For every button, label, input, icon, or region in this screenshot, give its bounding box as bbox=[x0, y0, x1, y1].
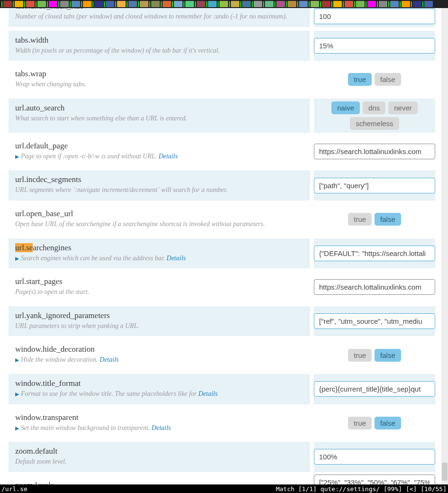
expand-icon[interactable]: ▶ bbox=[15, 391, 21, 398]
option-true[interactable]: true bbox=[348, 73, 372, 86]
expand-icon[interactable]: ▶ bbox=[15, 425, 21, 432]
setting-text-input[interactable] bbox=[314, 475, 435, 484]
expand-icon[interactable]: ▶ bbox=[15, 255, 21, 262]
setting-description: Open base URL of the searchengine if a s… bbox=[15, 219, 303, 229]
setting-description: Page(s) to open at the start. bbox=[15, 287, 303, 297]
setting-label-box: window.transparent▶Set the main window b… bbox=[9, 408, 310, 438]
setting-row: zoom.levels bbox=[0, 474, 448, 484]
setting-row: url.auto_searchWhat search to start when… bbox=[0, 97, 448, 135]
setting-description: Default zoom level. bbox=[15, 457, 303, 466]
setting-text-input[interactable] bbox=[314, 381, 435, 397]
details-link[interactable]: Details bbox=[100, 356, 119, 363]
option-false[interactable]: false bbox=[375, 213, 401, 226]
setting-description: Wrap when changing tabs. bbox=[15, 80, 303, 89]
option-group: naivednsneverschemeless bbox=[314, 100, 435, 131]
search-match-highlight: url.se bbox=[15, 243, 33, 252]
setting-text-input[interactable] bbox=[314, 38, 435, 54]
option-group: truefalse bbox=[314, 348, 435, 363]
setting-label-box: url.start_pagesPage(s) to open at the st… bbox=[9, 272, 310, 302]
setting-label-box: url.open_base_urlOpen base URL of the se… bbox=[9, 204, 310, 235]
option-true[interactable]: true bbox=[348, 417, 372, 429]
option-false[interactable]: false bbox=[375, 73, 401, 86]
setting-label-box: url.yank_ignored_parametersURL parameter… bbox=[9, 306, 310, 337]
taskbar bbox=[0, 0, 448, 8]
setting-value-box bbox=[314, 137, 435, 167]
setting-value-box bbox=[314, 374, 435, 404]
option-naive[interactable]: naive bbox=[331, 101, 360, 114]
setting-name: url.yank_ignored_parameters bbox=[15, 311, 303, 320]
setting-label-box: url.auto_searchWhat search to start when… bbox=[9, 99, 310, 133]
setting-label-box: tabs.widthWidth (in pixels or as percent… bbox=[9, 31, 310, 61]
setting-row: url.open_base_urlOpen base URL of the se… bbox=[0, 202, 448, 237]
setting-name: url.auto_search bbox=[15, 103, 303, 113]
setting-description: Width (in pixels or as percentage of the… bbox=[15, 46, 303, 55]
setting-value-box bbox=[314, 476, 435, 484]
setting-value-box bbox=[314, 442, 435, 472]
setting-name: url.start_pages bbox=[15, 277, 303, 286]
setting-description: ▶Search engines which can be used via th… bbox=[15, 254, 303, 263]
setting-row: window.hide_decoration▶Hide the window d… bbox=[0, 338, 448, 372]
setting-name: window.hide_decoration bbox=[15, 345, 303, 354]
setting-label-box: url.default_page▶Page to open if :open -… bbox=[9, 137, 310, 167]
setting-text-input[interactable] bbox=[314, 178, 435, 193]
setting-label-box: window.hide_decoration▶Hide the window d… bbox=[9, 340, 310, 370]
details-link[interactable]: Details bbox=[158, 153, 177, 160]
setting-label-box: url.incdec_segmentsURL segments where `:… bbox=[9, 170, 310, 201]
setting-row: url.incdec_segmentsURL segments where `:… bbox=[0, 168, 448, 202]
status-bar: /url.se Match [1/1] qute://settings/ [99… bbox=[0, 484, 448, 493]
setting-text-input[interactable] bbox=[314, 313, 435, 329]
setting-description: What search to start when something else… bbox=[15, 114, 303, 123]
option-false[interactable]: false bbox=[375, 349, 401, 362]
setting-text-input[interactable] bbox=[314, 9, 435, 24]
setting-value-box bbox=[314, 8, 435, 27]
scrollbar[interactable] bbox=[441, 8, 448, 484]
details-link[interactable]: Details bbox=[198, 390, 217, 397]
setting-value-box bbox=[314, 170, 435, 201]
setting-description: URL parameters to strip when yanking a U… bbox=[15, 321, 303, 331]
details-link[interactable]: Details bbox=[166, 255, 185, 262]
setting-description: ▶Page to open if :open -t/-b/-w is used … bbox=[15, 152, 303, 161]
setting-description: Number of closed tabs (per window) and c… bbox=[15, 12, 303, 21]
expand-icon[interactable]: ▶ bbox=[15, 153, 21, 160]
setting-row: tabs.wrapWrap when changing tabs.truefal… bbox=[0, 63, 448, 97]
status-left: /url.se bbox=[1, 485, 276, 493]
setting-name: window.title_format bbox=[15, 379, 303, 388]
option-group: truefalse bbox=[314, 72, 435, 87]
setting-name: tabs.width bbox=[15, 36, 303, 45]
setting-row: window.title_format▶Format to use for th… bbox=[0, 372, 448, 406]
setting-text-input[interactable] bbox=[314, 246, 435, 261]
scroll-thumb[interactable] bbox=[442, 463, 448, 481]
setting-name: url.default_page bbox=[15, 141, 303, 151]
setting-value-box bbox=[314, 238, 435, 269]
setting-label-box: tabs.wrapWrap when changing tabs. bbox=[9, 64, 310, 95]
status-right: Match [1/1] qute://settings/ [99%] [<] [… bbox=[276, 485, 447, 493]
setting-text-input[interactable] bbox=[314, 449, 435, 465]
setting-description: ▶Set the main window background to trans… bbox=[15, 423, 303, 433]
setting-value-box: naivednsneverschemeless bbox=[314, 99, 435, 133]
option-schemeless[interactable]: schemeless bbox=[350, 117, 399, 130]
setting-description: URL segments where `:navigate increment/… bbox=[15, 185, 303, 195]
setting-label-box: zoom.defaultDefault zoom level. bbox=[9, 442, 310, 472]
setting-row: tabs.widthWidth (in pixels or as percent… bbox=[0, 29, 448, 63]
setting-row: window.transparent▶Set the main window b… bbox=[0, 406, 448, 440]
settings-content: tabs.undo_stack_sizeNumber of closed tab… bbox=[0, 8, 448, 484]
option-false[interactable]: false bbox=[375, 417, 401, 429]
details-link[interactable]: Details bbox=[152, 424, 171, 431]
setting-row: url.start_pagesPage(s) to open at the st… bbox=[0, 270, 448, 304]
setting-row: zoom.defaultDefault zoom level. bbox=[0, 440, 448, 474]
option-dns[interactable]: dns bbox=[363, 101, 385, 114]
expand-icon[interactable]: ▶ bbox=[15, 356, 21, 364]
setting-text-input[interactable] bbox=[314, 279, 435, 295]
option-never[interactable]: never bbox=[388, 101, 418, 114]
setting-name: window.transparent bbox=[15, 413, 303, 422]
setting-name: zoom.levels bbox=[15, 481, 303, 484]
option-group: truefalse bbox=[314, 416, 435, 430]
setting-text-input[interactable] bbox=[314, 144, 435, 159]
setting-label-box: window.title_format▶Format to use for th… bbox=[9, 374, 310, 404]
setting-value-box bbox=[314, 31, 435, 61]
option-true[interactable]: true bbox=[348, 349, 372, 362]
setting-label-box: tabs.undo_stack_sizeNumber of closed tab… bbox=[9, 8, 310, 27]
setting-row: tabs.undo_stack_sizeNumber of closed tab… bbox=[0, 8, 448, 29]
option-true[interactable]: true bbox=[348, 213, 372, 226]
setting-value-box: truefalse bbox=[314, 408, 435, 438]
